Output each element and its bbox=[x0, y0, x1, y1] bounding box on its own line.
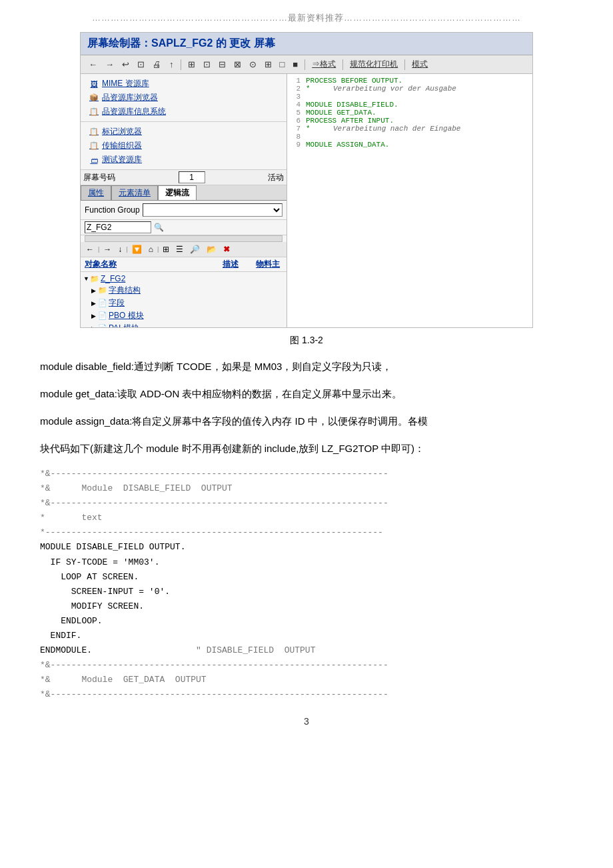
nav-grid-btn[interactable]: ⊞ bbox=[160, 243, 172, 255]
separator-2 bbox=[305, 59, 305, 70]
test-library-icon: 🗃 bbox=[89, 155, 99, 165]
doc-pai-icon: 📄 bbox=[98, 324, 109, 327]
mime-library-label: MIME 资源库 bbox=[102, 78, 149, 89]
nav-down-btn[interactable]: ↓ bbox=[115, 243, 125, 255]
test-library-label: 测试资源库 bbox=[102, 154, 142, 165]
tab-attributes[interactable]: 属性 bbox=[81, 185, 111, 200]
back-button[interactable]: ← bbox=[86, 58, 100, 71]
screen-number-bar: 屏幕号码 活动 bbox=[81, 170, 287, 185]
resource-browser-item[interactable]: 📦 品资源库浏览器 bbox=[85, 91, 283, 105]
nav-forward-btn[interactable]: → bbox=[101, 243, 114, 255]
doc-pbo-icon: 📄 bbox=[98, 311, 109, 320]
tab-logic-flow[interactable]: 逻辑流 bbox=[158, 185, 197, 200]
nav-items-area2: 📋 标记浏览器 📋 传输组织器 🗃 测试资源库 bbox=[81, 122, 287, 170]
tree-item-pai[interactable]: ▶ 📄 PAI 模块 bbox=[81, 322, 287, 327]
tab-element-list[interactable]: 元素清单 bbox=[111, 185, 158, 200]
nav-filter-btn[interactable]: 🔽 bbox=[129, 243, 145, 255]
tree-item-pbo[interactable]: ▶ 📄 PBO 模块 bbox=[81, 309, 287, 322]
save-button[interactable]: ⊡ bbox=[135, 58, 147, 71]
print-normalize-button[interactable]: 规范化打印机 bbox=[347, 58, 400, 71]
test-library-item[interactable]: 🗃 测试资源库 bbox=[85, 153, 283, 167]
code-block: *&--------------------------------------… bbox=[40, 467, 573, 703]
doc-fields-icon: 📄 bbox=[98, 299, 109, 307]
figure-caption: 图 1.3-2 bbox=[40, 335, 573, 347]
expand-pai-icon: ▶ bbox=[91, 325, 98, 328]
up-button[interactable]: ↑ bbox=[167, 58, 177, 71]
separator-1 bbox=[181, 59, 181, 70]
resource-browser-label: 品资源库浏览器 bbox=[102, 92, 158, 103]
code-line-8: 8 bbox=[290, 133, 530, 141]
cross-button[interactable]: ⊠ bbox=[231, 58, 244, 71]
screen-status-label: 活动 bbox=[268, 172, 284, 183]
tree-label-pai: PAI 模块 bbox=[109, 323, 139, 327]
expand-dict-icon: ▶ bbox=[91, 287, 98, 294]
tree-item-dict[interactable]: ▶ 📁 字典结构 bbox=[81, 284, 287, 297]
tree-header: 对象名称 描述 物料主 bbox=[81, 257, 287, 272]
resource-browser-icon: 📦 bbox=[89, 93, 99, 103]
circle-button[interactable]: ⊙ bbox=[247, 58, 259, 71]
code-comment-2: *&--------------------------------------… bbox=[40, 660, 388, 699]
grid-button[interactable]: ⊞ bbox=[185, 58, 198, 71]
tree-item-zfg2[interactable]: ▼ 📁 Z_FG2 bbox=[81, 273, 287, 284]
separator-3 bbox=[342, 59, 343, 70]
transport-item[interactable]: 📋 传输组织器 bbox=[85, 139, 283, 153]
folder-icon: 📁 bbox=[90, 275, 101, 283]
nav-list-btn[interactable]: ☰ bbox=[173, 243, 186, 255]
nav-toolbar: ← | → ↓ | 🔽 ⌂ | ⊞ ☰ 🔎 📂 ✖ bbox=[81, 242, 287, 257]
nav-home-btn[interactable]: ⌂ bbox=[146, 243, 156, 255]
box-button[interactable]: ⊞ bbox=[262, 58, 275, 71]
expand-fields-icon: ▶ bbox=[91, 300, 98, 307]
screen-num-input[interactable] bbox=[179, 171, 205, 183]
tree-col-desc: 描述 bbox=[223, 259, 256, 270]
resource-info-item[interactable]: 📋 品资源库信息系统 bbox=[85, 105, 283, 119]
tree-area: ▼ 📁 Z_FG2 ▶ 📁 字典结构 ▶ 📄 字段 bbox=[81, 272, 287, 327]
z-fg2-icon[interactable]: 🔍 bbox=[154, 223, 164, 232]
undo-button[interactable]: ↩ bbox=[119, 58, 132, 71]
function-group-row: Function Group bbox=[81, 201, 287, 220]
code-line-2: 2 * Verarbeitung vor der Ausgabe bbox=[290, 85, 530, 93]
body-para-2: module get_data:读取 ADD-ON 表中相应物料的数据，在自定义… bbox=[40, 385, 573, 403]
function-group-label: Function Group bbox=[85, 205, 140, 215]
tree-item-fields[interactable]: ▶ 📄 字段 bbox=[81, 297, 287, 309]
left-panel: 🖼 MIME 资源库 📦 品资源库浏览器 📋 品资源库信息系统 📋 标记浏览器 bbox=[81, 74, 287, 327]
zoom-button[interactable]: ⊡ bbox=[201, 58, 213, 71]
z-fg2-input[interactable] bbox=[85, 221, 151, 233]
resource-info-label: 品资源库信息系统 bbox=[102, 106, 166, 117]
marker-icon: 📋 bbox=[89, 127, 99, 137]
horizontal-scrollbar[interactable] bbox=[85, 235, 283, 242]
square-button[interactable]: □ bbox=[277, 58, 288, 71]
forward-button[interactable]: → bbox=[103, 58, 117, 71]
function-group-select[interactable] bbox=[143, 203, 283, 217]
format-button[interactable]: ⇒格式 bbox=[309, 58, 338, 71]
marker-browser-item[interactable]: 📋 标记浏览器 bbox=[85, 125, 283, 139]
code-line-6: 6 PROCESS AFTER INPUT. bbox=[290, 117, 530, 125]
minus-button[interactable]: ⊟ bbox=[216, 58, 229, 71]
code-keyword-module: MODULE DISABLE_FIELD OUTPUT. IF SY-TCODE… bbox=[40, 542, 315, 655]
tree-col-name: 对象名称 bbox=[85, 259, 223, 270]
nav-search-btn[interactable]: 🔎 bbox=[187, 243, 203, 255]
tree-label-dict: 字典结构 bbox=[109, 285, 141, 296]
body-para-3: module assign_data:将自定义屏幕中各字段的值传入内存 ID 中… bbox=[40, 412, 573, 430]
nav-x-btn[interactable]: ✖ bbox=[221, 243, 233, 255]
screenshot-toolbar: ← → ↩ ⊡ 🖨 ↑ ⊞ ⊡ ⊟ ⊠ ⊙ ⊞ □ ■ ⇒格式 规范化打印机 模… bbox=[81, 55, 532, 74]
expand-pbo-icon: ▶ bbox=[91, 313, 98, 319]
code-line-5: 5 MODULE GET_DATA. bbox=[290, 109, 530, 117]
separator-4 bbox=[404, 59, 405, 70]
top-banner: ………………………………………………………最新资料推荐…………………………………… bbox=[40, 0, 573, 32]
mime-library-item[interactable]: 🖼 MIME 资源库 bbox=[85, 77, 283, 91]
nav-back-btn[interactable]: ← bbox=[83, 243, 97, 255]
tree-label-fields: 字段 bbox=[109, 297, 125, 309]
print-button[interactable]: 🖨 bbox=[150, 58, 164, 71]
code-line-4: 4 MODULE DISABLE_FIELD. bbox=[290, 101, 530, 109]
filled-square-button[interactable]: ■ bbox=[290, 58, 301, 71]
transport-label: 传输组织器 bbox=[102, 140, 142, 151]
nav-folder-btn[interactable]: 📂 bbox=[204, 243, 219, 255]
right-panel: 1 PROCESS BEFORE OUTPUT. 2 * Verarbeitun… bbox=[287, 74, 532, 327]
nav-items-area: 🖼 MIME 资源库 📦 品资源库浏览器 📋 品资源库信息系统 bbox=[81, 74, 287, 122]
transport-icon: 📋 bbox=[89, 141, 99, 151]
mode-button[interactable]: 模式 bbox=[409, 58, 430, 71]
mime-icon: 🖼 bbox=[89, 79, 99, 89]
resource-info-icon: 📋 bbox=[89, 107, 99, 117]
screen-num-label: 屏幕号码 bbox=[83, 172, 115, 183]
code-line-1: 1 PROCESS BEFORE OUTPUT. bbox=[290, 77, 530, 85]
